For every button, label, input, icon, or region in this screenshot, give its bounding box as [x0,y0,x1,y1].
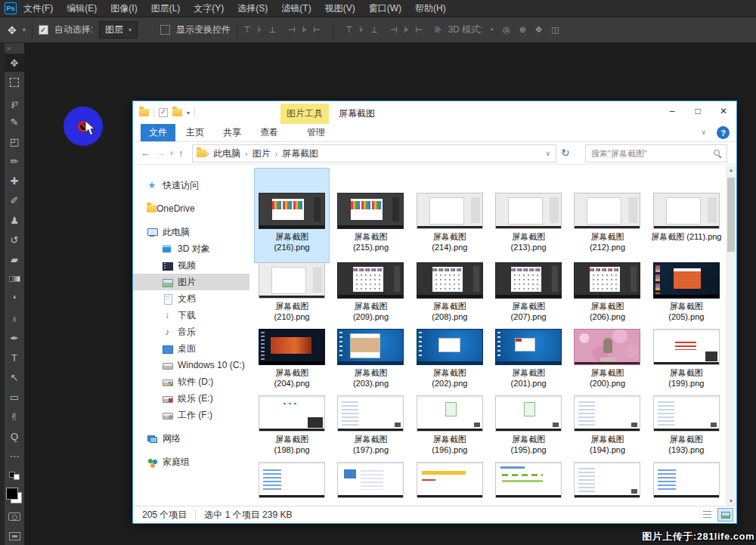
file-tile[interactable]: 屏幕截图 (193).png [649,395,723,462]
toolbar-collapse-icon[interactable]: » [5,45,11,52]
search-input[interactable]: 搜索"屏幕截图" [585,144,727,163]
file-tile[interactable]: 屏幕截图 (204).png [255,329,329,395]
sidebar-item[interactable]: 文档 [133,290,249,307]
breadcrumb-segment[interactable]: 图片 [248,147,275,160]
tab-3[interactable]: 查看 [252,124,287,141]
auto-select-layer-dropdown[interactable]: 图层 ▾ [99,21,138,39]
scroll-down-icon[interactable]: ▼ [726,499,736,503]
tab-1[interactable]: 主页 [178,124,212,141]
up-button[interactable]: ↑ [178,147,184,159]
file-tile[interactable]: 屏幕截图 (196).png [413,395,487,462]
contextual-tab-picture-tools[interactable]: 图片工具 [280,104,329,124]
align-icon[interactable]: ⊥ [268,25,276,35]
pen-tool[interactable]: ✒ [5,329,24,347]
marquee-tool[interactable] [5,73,24,91]
file-tile[interactable] [333,462,407,506]
file-tile[interactable] [649,462,723,506]
blur-tool[interactable]: ❛ [5,290,24,308]
history-brush-tool[interactable]: ↺ [5,231,24,249]
dodge-tool[interactable]: ♁ [5,309,24,327]
shape-tool[interactable]: ▭ [5,388,24,406]
brush-tool[interactable]: ✐ [5,191,24,209]
file-tile[interactable] [413,462,487,506]
file-tile[interactable]: 屏幕截图 (198).png [255,395,329,462]
align-icon[interactable]: ⊤ [243,25,251,35]
sidebar-item[interactable]: 下载 [133,307,249,324]
ps-menu-item[interactable]: 窗口(W) [362,0,408,17]
breadcrumb-segment[interactable]: 屏幕截图 [277,147,323,160]
hand-tool[interactable]: ✌ [5,407,24,426]
file-tile[interactable]: 屏幕截图 (211).png [649,169,723,262]
align-icon[interactable]: ⊦ [258,25,262,35]
maximize-button[interactable]: □ [685,101,711,121]
ps-menu-item[interactable]: 图层(L) [144,0,187,17]
file-tile[interactable]: 屏幕截图 (206).png [570,262,644,329]
ps-menu-item[interactable]: 文件(F) [17,0,60,17]
file-tile[interactable]: 屏幕截图 (202).png [413,329,487,395]
auto-select-checkbox[interactable]: ✓ [39,25,48,35]
sidebar-item[interactable]: 3D 对象 [133,240,249,257]
quick-mask-mode[interactable] [5,507,24,525]
sidebar-item[interactable]: 音乐 [133,324,249,340]
sidebar-item[interactable]: Windows 10 (C:) [133,357,249,373]
file-tile[interactable] [491,462,565,506]
lasso-tool[interactable]: ℘ [5,93,24,111]
color-swatches[interactable] [5,486,24,506]
type-tool[interactable]: T [5,348,24,367]
align-icon[interactable]: ⊥ [370,25,378,35]
properties-check-icon[interactable] [159,108,168,117]
details-view-button[interactable] [699,508,715,522]
eyedropper-tool[interactable]: ✏ [5,152,24,170]
scroll-up-icon[interactable]: ▲ [726,168,736,172]
eraser-tool[interactable]: ▰ [5,250,24,268]
gradient-tool[interactable] [5,270,24,288]
path-select-tool[interactable]: ↖ [5,368,24,386]
file-tile[interactable]: 屏幕截图 (210).png [255,262,329,329]
move-tool-icon[interactable]: ✥ [8,24,17,36]
folder-icon[interactable] [139,109,149,116]
file-tile[interactable]: 屏幕截图 (213).png [491,169,565,262]
explorer-titlebar[interactable]: ▾ 图片工具 屏幕截图 – □ ✕ [133,101,736,124]
file-tile[interactable]: 屏幕截图 (201).png [491,329,565,395]
breadcrumb[interactable]: ›此电脑›图片›屏幕截图 ∨ [192,144,556,163]
tab-2[interactable]: 共享 [215,124,249,141]
3d-mode-icon[interactable]: ⊕ [519,25,526,35]
sidebar-item[interactable]: 图片 [133,274,249,290]
minimize-button[interactable]: – [659,101,685,121]
3d-mode-icon[interactable]: ◎ [503,25,510,35]
file-tile[interactable]: 屏幕截图 (199).png [649,329,723,395]
align-icon[interactable]: ⊧ [302,25,307,35]
ps-menu-item[interactable]: 编辑(E) [60,0,104,17]
ps-menu-item[interactable]: 滤镜(T) [274,0,318,17]
file-tile[interactable] [570,462,644,506]
recent-locations-caret-icon[interactable]: ∨ [169,150,174,156]
sidebar-item[interactable]: 娱乐 (E:) [133,390,249,407]
3d-mode-icon[interactable]: ◫ [551,25,559,35]
file-tile[interactable]: 屏幕截图 (200).png [570,329,644,395]
sidebar-item[interactable]: 工作 (F:) [133,407,249,423]
forward-button[interactable]: → [156,147,166,159]
align-icon[interactable]: ⊤ [345,25,353,35]
screen-mode[interactable] [5,527,24,545]
file-tile[interactable]: 屏幕截图 (205).png [649,262,723,329]
file-tile[interactable]: 屏幕截图 (215).png [333,169,407,262]
healing-brush-tool[interactable]: ✚ [5,172,24,190]
tool-preset-caret-icon[interactable]: ▾ [23,26,26,33]
align-icon[interactable]: ⊢ [313,25,321,35]
clone-stamp-tool[interactable]: ♟ [5,211,24,229]
align-icon[interactable]: ⊪ [435,25,442,35]
ps-menu-item[interactable]: 视图(V) [318,0,362,17]
customize-qat-caret-icon[interactable]: ▾ [187,110,190,116]
sidebar-item[interactable]: 视频 [133,257,249,274]
file-tile[interactable]: 屏幕截图 (207).png [491,262,565,329]
align-icon[interactable]: ⊦ [360,25,364,35]
file-tile[interactable]: 屏幕截图 (216).png [255,169,329,262]
ribbon-expand-caret-icon[interactable]: ∨ [701,129,706,136]
new-folder-icon[interactable] [172,109,182,116]
help-button[interactable]: ? [717,126,730,139]
crop-tool[interactable]: ◰ [5,132,24,150]
sidebar-item[interactable]: 快速访问 [133,177,249,194]
ps-menu-item[interactable]: 选择(S) [231,0,274,17]
file-tile[interactable] [255,462,329,506]
zoom-tool[interactable]: Q [5,427,24,445]
